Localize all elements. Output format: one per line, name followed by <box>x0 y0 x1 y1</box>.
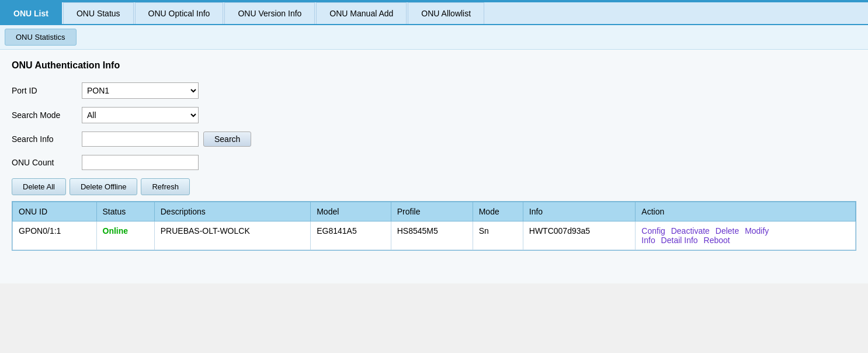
search-mode-group: Search Mode All ONU ID MAC SN <box>12 107 856 123</box>
onu-table: ONU ID Status Descriptions Model Profile… <box>12 202 856 250</box>
cell-onu-id: GPON0/1:1 <box>13 222 97 250</box>
port-id-label: Port ID <box>12 86 82 95</box>
action-link-deactivate[interactable]: Deactivate <box>671 226 710 236</box>
tab-onu-version-info[interactable]: ONU Version Info <box>224 2 315 24</box>
col-header-mode: Mode <box>473 202 523 222</box>
cell-status: Online <box>96 222 154 250</box>
tab-navigation: ONU List ONU Status ONU Optical Info ONU… <box>0 2 868 25</box>
action-link-reboot[interactable]: Reboot <box>704 236 730 245</box>
section-title: ONU Authentication Info <box>12 60 856 71</box>
search-info-input[interactable] <box>82 131 199 147</box>
cell-info: HWTC007d93a5 <box>523 222 636 250</box>
col-header-action: Action <box>636 202 856 222</box>
main-content: ONU Authentication Info Port ID PON1 PON… <box>0 50 868 283</box>
cell-action: Config Deactivate Delete Modify Info Det… <box>636 222 856 250</box>
col-header-profile: Profile <box>391 202 473 222</box>
onu-count-group: ONU Count 1/1 <box>12 155 856 170</box>
tab-onu-status[interactable]: ONU Status <box>63 2 134 24</box>
subtab-onu-statistics[interactable]: ONU Statistics <box>5 29 77 46</box>
onu-count-label: ONU Count <box>12 158 82 167</box>
port-id-group: Port ID PON1 PON2 PON3 PON4 <box>12 82 856 99</box>
tab-onu-allowlist[interactable]: ONU Allowlist <box>408 2 484 24</box>
col-header-info: Info <box>523 202 636 222</box>
tab-onu-optical-info[interactable]: ONU Optical Info <box>135 2 224 24</box>
search-mode-label: Search Mode <box>12 110 82 120</box>
col-header-descriptions: Descriptions <box>154 202 310 222</box>
tab-onu-list[interactable]: ONU List <box>0 2 62 24</box>
tab-onu-manual-add[interactable]: ONU Manual Add <box>316 2 407 24</box>
onu-table-wrapper: ONU ID Status Descriptions Model Profile… <box>12 201 856 251</box>
search-mode-select[interactable]: All ONU ID MAC SN <box>82 107 199 123</box>
table-header-row: ONU ID Status Descriptions Model Profile… <box>13 202 856 222</box>
action-link-delete[interactable]: Delete <box>716 226 739 236</box>
delete-all-button[interactable]: Delete All <box>12 178 66 195</box>
cell-model: EG8141A5 <box>311 222 391 250</box>
col-header-onu-id: ONU ID <box>13 202 97 222</box>
onu-count-input: 1/1 <box>82 155 199 170</box>
refresh-button[interactable]: Refresh <box>141 178 190 195</box>
search-info-label: Search Info <box>12 134 82 144</box>
action-link-modify[interactable]: Modify <box>745 226 769 236</box>
col-header-model: Model <box>311 202 391 222</box>
action-link-config[interactable]: Config <box>641 226 665 236</box>
delete-offline-button[interactable]: Delete Offline <box>70 178 138 195</box>
action-link-info[interactable]: Info <box>641 236 655 245</box>
search-info-group: Search Info Search <box>12 131 856 147</box>
search-button[interactable]: Search <box>203 131 251 147</box>
cell-descriptions: PRUEBAS-OLT-WOLCK <box>154 222 310 250</box>
col-header-status: Status <box>96 202 154 222</box>
port-id-select[interactable]: PON1 PON2 PON3 PON4 <box>82 82 199 99</box>
sub-tab-navigation: ONU Statistics <box>0 25 868 50</box>
cell-mode: Sn <box>473 222 523 250</box>
table-row: GPON0/1:1 Online PRUEBAS-OLT-WOLCK EG814… <box>13 222 856 250</box>
action-link-detail-info[interactable]: Detail Info <box>661 236 698 245</box>
cell-profile: HS8545M5 <box>391 222 473 250</box>
action-buttons-row: Delete All Delete Offline Refresh <box>12 178 856 195</box>
status-online-badge: Online <box>103 226 129 236</box>
